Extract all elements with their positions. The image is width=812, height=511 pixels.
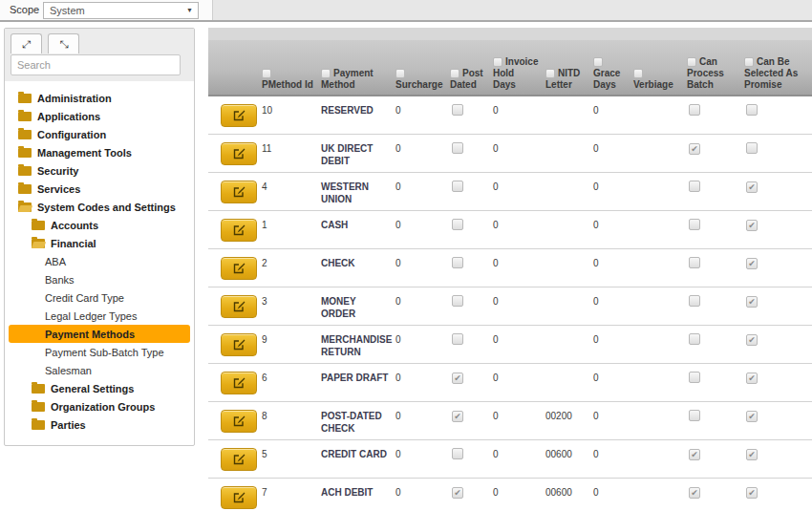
sidebar-item-applications[interactable]: Applications	[9, 107, 190, 125]
sidebar-item-label: Parties	[51, 419, 86, 431]
folder-icon	[32, 384, 45, 394]
sidebar-item-salesman[interactable]: Salesman	[9, 361, 190, 379]
can-process-batch-checkbox[interactable]	[689, 372, 700, 383]
cell-grace-days: 0	[589, 293, 630, 308]
scope-dropdown[interactable]: System ▼	[43, 2, 199, 19]
sidebar-item-banks[interactable]: Banks	[9, 270, 190, 288]
can-process-batch-checkbox[interactable]	[689, 295, 700, 307]
cell-payment-method: CHECK	[317, 255, 392, 269]
folder-icon	[32, 221, 45, 230]
cell-payment-method: POST-DATED CHECK	[317, 408, 392, 435]
edit-row-button[interactable]	[221, 257, 257, 280]
can-be-selected-as-promise-checkbox[interactable]: ✔	[746, 487, 758, 499]
cell-pmethod-id: 4	[258, 179, 317, 193]
can-process-batch-checkbox[interactable]: ✔	[689, 487, 700, 499]
sidebar-item-legal-ledger-types[interactable]: Legal Ledger Types	[9, 307, 190, 325]
sidebar-item-parties[interactable]: Parties	[9, 415, 190, 434]
post-dated-checkbox[interactable]: ✔	[452, 487, 463, 499]
edit-row-button[interactable]	[221, 372, 257, 394]
sidebar-item-management-tools[interactable]: Management Tools	[9, 143, 190, 161]
edit-row-button[interactable]	[221, 295, 257, 318]
sidebar-item-label: Legal Ledger Types	[45, 310, 137, 322]
edit-row-button[interactable]	[221, 333, 257, 356]
can-be-selected-as-promise-checkbox[interactable]: ✔	[746, 296, 758, 308]
sidebar-item-accounts[interactable]: Accounts	[9, 216, 190, 234]
sidebar-item-credit-card-type[interactable]: Credit Card Type	[9, 288, 190, 307]
can-process-batch-checkbox[interactable]	[689, 257, 700, 268]
sidebar-item-aba[interactable]: ABA	[9, 252, 190, 270]
post-dated-checkbox[interactable]: ✔	[452, 411, 463, 422]
column-header-post-dated: Post Dated	[446, 68, 489, 91]
sidebar-item-services[interactable]: Services	[9, 180, 190, 198]
cell-payment-method: MONEY ORDER	[317, 293, 392, 320]
can-process-batch-checkbox[interactable]: ✔	[689, 143, 700, 155]
edit-row-button[interactable]	[221, 142, 257, 165]
post-dated-checkbox[interactable]	[452, 333, 463, 345]
table-row: 2 CHECK 0 0 0 ✔	[208, 249, 812, 287]
column-checkbox[interactable]	[262, 69, 271, 78]
column-checkbox[interactable]	[321, 69, 331, 78]
can-process-batch-checkbox[interactable]	[689, 410, 700, 421]
expand-all-button[interactable]: ⤢	[11, 33, 42, 53]
edit-row-button[interactable]	[221, 181, 257, 203]
search-input[interactable]	[11, 54, 181, 75]
column-checkbox[interactable]	[633, 69, 643, 78]
post-dated-checkbox[interactable]	[452, 104, 463, 116]
post-dated-checkbox[interactable]	[452, 448, 463, 459]
cell-invoice-hold-days: 0	[489, 484, 542, 499]
edit-row-button[interactable]	[221, 486, 257, 509]
can-process-batch-checkbox[interactable]: ✔	[689, 449, 700, 460]
can-be-selected-as-promise-checkbox[interactable]: ✔	[746, 449, 758, 460]
sidebar-item-security[interactable]: Security	[9, 161, 190, 180]
folder-icon	[18, 94, 32, 103]
can-be-selected-as-promise-checkbox[interactable]: ✔	[746, 373, 758, 384]
can-be-selected-as-promise-checkbox[interactable]	[746, 104, 758, 116]
can-be-selected-as-promise-checkbox[interactable]: ✔	[746, 258, 758, 269]
column-checkbox[interactable]	[450, 69, 459, 78]
table-row: 4 WESTERN UNION 0 0 0 ✔	[208, 173, 812, 211]
column-checkbox[interactable]	[493, 57, 502, 67]
collapse-all-button[interactable]: ⤡	[48, 33, 79, 53]
sidebar-item-system-codes-and-settings[interactable]: System Codes and Settings	[9, 198, 190, 216]
edit-row-button[interactable]	[221, 219, 257, 242]
table-row: 9 MERCHANDISE RETURN 0 0 0 ✔	[208, 326, 812, 364]
post-dated-checkbox[interactable]: ✔	[452, 373, 463, 384]
can-be-selected-as-promise-checkbox[interactable]: ✔	[746, 334, 758, 346]
sidebar-item-configuration[interactable]: Configuration	[9, 125, 190, 143]
post-dated-checkbox[interactable]	[452, 295, 463, 307]
column-checkbox[interactable]	[395, 69, 405, 78]
edit-row-button[interactable]	[221, 410, 257, 433]
can-process-batch-checkbox[interactable]	[689, 104, 700, 116]
edit-row-button[interactable]	[221, 104, 257, 127]
can-be-selected-as-promise-checkbox[interactable]: ✔	[746, 220, 758, 231]
column-checkbox[interactable]	[687, 57, 696, 67]
can-process-batch-checkbox[interactable]	[689, 333, 700, 345]
column-checkbox[interactable]	[545, 69, 555, 78]
cell-nitd-letter: 00600	[542, 446, 589, 460]
edit-pencil-icon	[232, 109, 246, 122]
column-checkbox[interactable]	[744, 57, 754, 67]
folder-icon	[18, 112, 32, 121]
sidebar-item-payment-methods[interactable]: Payment Methods	[9, 325, 190, 343]
post-dated-checkbox[interactable]	[452, 181, 463, 192]
sidebar-item-administration[interactable]: Administration	[9, 89, 190, 107]
can-be-selected-as-promise-checkbox[interactable]: ✔	[746, 411, 758, 422]
can-process-batch-checkbox[interactable]	[689, 219, 700, 230]
sidebar-item-payment-sub-batch-type[interactable]: Payment Sub-Batch Type	[9, 343, 190, 361]
cell-surcharge: 0	[392, 102, 446, 117]
column-checkbox[interactable]	[593, 57, 603, 67]
post-dated-checkbox[interactable]	[452, 142, 463, 154]
can-be-selected-as-promise-checkbox[interactable]	[746, 142, 758, 154]
post-dated-checkbox[interactable]	[452, 257, 463, 268]
sidebar-item-label: Management Tools	[37, 147, 132, 159]
can-be-selected-as-promise-checkbox[interactable]: ✔	[746, 181, 758, 193]
sidebar-item-general-settings[interactable]: General Settings	[9, 379, 190, 397]
cell-invoice-hold-days: 0	[489, 370, 542, 384]
post-dated-checkbox[interactable]	[452, 219, 463, 230]
edit-pencil-icon	[232, 376, 246, 390]
edit-row-button[interactable]	[221, 448, 257, 471]
sidebar-item-financial[interactable]: Financial	[9, 234, 190, 252]
sidebar-item-organization-groups[interactable]: Organization Groups	[9, 397, 190, 415]
can-process-batch-checkbox[interactable]	[689, 181, 700, 192]
cell-grace-days: 0	[589, 446, 630, 460]
